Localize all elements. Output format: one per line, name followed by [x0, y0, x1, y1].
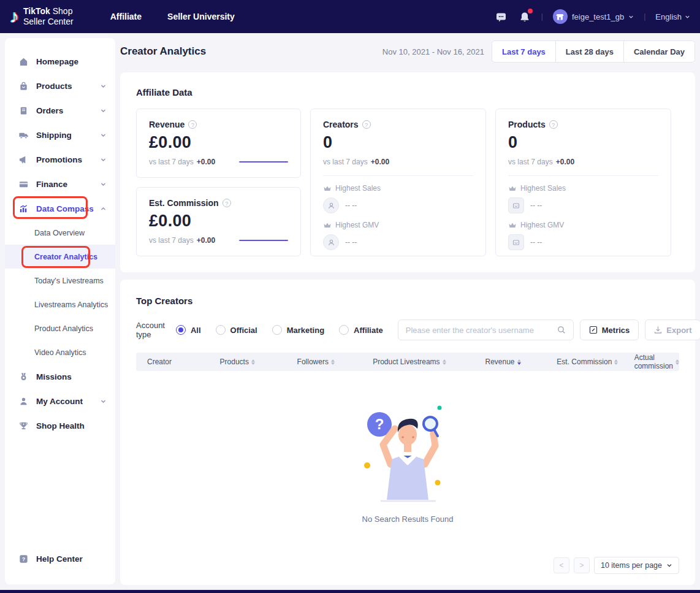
divider: |	[644, 12, 645, 21]
sidebar-item-help-center[interactable]: ? Help Center	[5, 546, 115, 571]
column-est-commission: Est. Commission	[541, 358, 634, 366]
vs-label: vs last 7 days	[323, 158, 368, 166]
prev-page-button[interactable]: <	[554, 557, 569, 573]
sidebar-item-missions[interactable]: Missions	[5, 364, 115, 389]
help-icon[interactable]: ?	[223, 199, 231, 207]
crown-icon	[508, 185, 517, 192]
highest-sales-value: -- --	[530, 201, 542, 210]
bottom-strip	[0, 590, 700, 593]
radio-all[interactable]: All	[176, 325, 201, 335]
sidebar-subitem-data-overview[interactable]: Data Overview	[5, 221, 115, 245]
nav-link-affiliate[interactable]: Affiliate	[110, 12, 142, 21]
nav-link-seller-university[interactable]: Seller University	[167, 12, 235, 21]
est-commission-sparkline	[239, 240, 288, 241]
column-products: Products	[197, 358, 278, 366]
vs-value: +0.00	[371, 158, 389, 166]
column-product-livestreams: Product Livestreams	[354, 358, 465, 366]
date-range-text: Nov 10, 2021 - Nov 16, 2021	[382, 47, 484, 56]
sort-icon[interactable]	[614, 359, 618, 365]
export-button[interactable]: Export	[645, 319, 700, 340]
radio-icon	[339, 325, 349, 335]
sort-icon[interactable]	[675, 359, 679, 365]
bag-icon	[18, 81, 29, 91]
top-creators-section: Top Creators Account type All Official M…	[120, 280, 695, 585]
sort-icon[interactable]	[443, 359, 446, 365]
page-title: Creator Analytics	[120, 45, 206, 58]
crown-icon	[508, 222, 517, 229]
person-icon	[18, 396, 29, 407]
sidebar-item-data-compass[interactable]: Data Compass	[5, 196, 115, 221]
help-icon: ?	[18, 554, 29, 564]
radio-affiliate[interactable]: Affiliate	[339, 325, 383, 335]
sidebar-subitem-livestreams-analytics[interactable]: Livestreams Analytics	[5, 293, 115, 316]
column-actual-commission: Actual commission	[634, 353, 679, 370]
sidebar-item-shop-health[interactable]: Shop Health	[5, 413, 115, 438]
card-icon	[18, 179, 29, 189]
tiktok-shop-logo[interactable]: ♪ TikTok Shop Seller Center	[10, 6, 74, 28]
next-page-button[interactable]: >	[574, 557, 590, 573]
message-icon[interactable]	[495, 10, 508, 23]
bell-icon[interactable]	[518, 10, 531, 23]
products-label: Products	[508, 120, 546, 129]
highest-gmv-value: -- --	[530, 238, 542, 247]
highest-gmv-label: Highest GMV	[520, 221, 564, 229]
search-icon[interactable]	[557, 326, 566, 334]
highest-sales-label: Highest Sales	[520, 184, 566, 193]
sidebar-item-label: Promotions	[36, 155, 82, 164]
affiliate-data-section: Affiliate Data Revenue ? £0.00 vs last 7…	[120, 72, 695, 272]
chevron-down-icon	[100, 398, 107, 405]
sidebar-item-products[interactable]: Products	[5, 74, 115, 98]
help-icon[interactable]: ?	[362, 120, 371, 129]
sidebar-item-finance[interactable]: Finance	[5, 172, 115, 196]
revenue-value: £0.00	[149, 133, 288, 152]
sidebar-subitem-creator-analytics[interactable]: Creator Analytics	[5, 245, 115, 269]
sidebar-item-homepage[interactable]: Homepage	[5, 49, 115, 74]
items-per-page-select[interactable]: 10 items per page	[594, 557, 679, 574]
chevron-up-icon	[100, 205, 107, 212]
main-content: Creator Analytics Nov 10, 2021 - Nov 16,…	[120, 38, 695, 585]
chevron-down-icon	[100, 181, 107, 188]
vs-value: +0.00	[197, 158, 215, 166]
chevron-down-icon	[100, 83, 107, 90]
sidebar-item-my-account[interactable]: My Account	[5, 389, 115, 413]
notification-dot	[528, 9, 533, 13]
sidebar-item-promotions[interactable]: Promotions	[5, 147, 115, 172]
highest-gmv-label: Highest GMV	[335, 221, 379, 229]
sidebar-item-label: Shop Health	[36, 421, 85, 430]
sort-icon-active[interactable]	[517, 359, 521, 365]
radio-icon	[272, 325, 282, 335]
metrics-button[interactable]: Metrics	[580, 319, 639, 340]
sort-icon[interactable]	[331, 359, 335, 365]
help-icon[interactable]: ?	[188, 120, 197, 129]
creator-search-input[interactable]	[406, 326, 557, 335]
help-icon[interactable]: ?	[549, 120, 558, 129]
creator-avatar-placeholder	[323, 197, 339, 213]
logo-text: TikTok Shop Seller Center	[23, 6, 74, 28]
sidebar-subitem-todays-livestreams[interactable]: Today's Livestreams	[5, 269, 115, 293]
no-results-illustration: ?	[361, 397, 454, 506]
vs-value: +0.00	[556, 158, 574, 166]
sort-icon[interactable]	[251, 359, 255, 365]
last-7-days-button[interactable]: Last 7 days	[492, 41, 555, 62]
user-avatar	[553, 9, 568, 24]
crown-icon	[323, 185, 332, 192]
crown-icon	[323, 222, 332, 229]
edit-icon	[589, 326, 598, 334]
bar-chart-icon	[18, 204, 29, 214]
home-icon	[18, 56, 29, 67]
calendar-day-button[interactable]: Calendar Day	[623, 41, 694, 62]
language-selector[interactable]: English	[655, 12, 690, 21]
radio-marketing[interactable]: Marketing	[272, 325, 324, 335]
sidebar-item-shipping[interactable]: Shipping	[5, 123, 115, 147]
sidebar-item-label: Shipping	[36, 131, 72, 140]
sidebar-subitem-product-analytics[interactable]: Product Analytics	[5, 316, 115, 340]
user-menu[interactable]: feige_test1_gb	[553, 9, 634, 24]
product-image-placeholder	[508, 234, 524, 250]
highest-gmv-value: -- --	[345, 238, 357, 247]
sidebar-subitem-video-analytics[interactable]: Video Analytics	[5, 340, 115, 364]
sidebar-item-orders[interactable]: Orders	[5, 98, 115, 123]
chevron-down-icon	[685, 14, 690, 20]
radio-official[interactable]: Official	[216, 325, 257, 335]
empty-state: ?	[136, 397, 679, 524]
last-28-days-button[interactable]: Last 28 days	[555, 41, 623, 62]
